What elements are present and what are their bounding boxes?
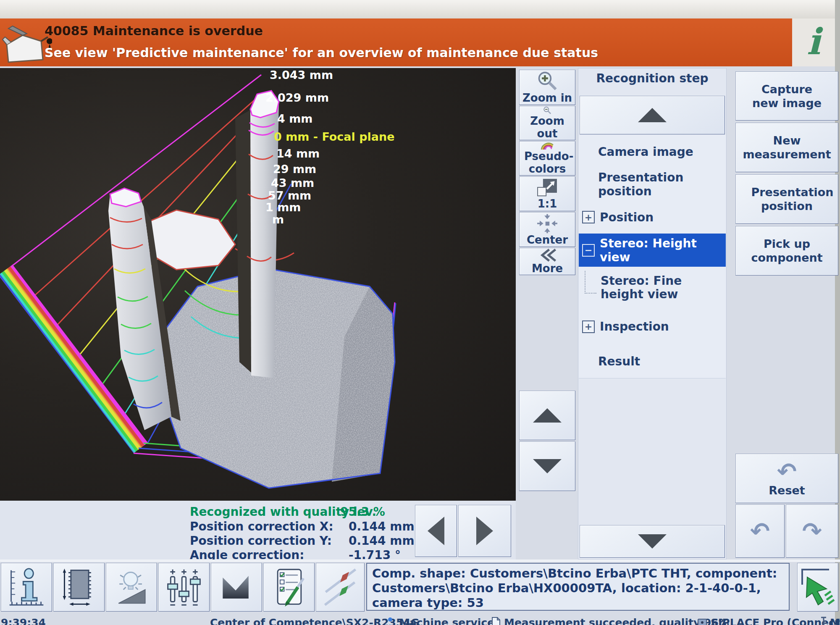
recognition-item-stereo-height-view[interactable]: − Stereo: Height view xyxy=(579,234,726,267)
height-label: m xyxy=(272,213,284,226)
height-view-3d-render: 3.043 mm 2.029 mm 4 mm 0 mm - Focal plan… xyxy=(0,68,516,501)
tree-guide xyxy=(585,271,596,294)
pointer-cursor-icon xyxy=(800,566,836,608)
undo-button[interactable]: ↶ xyxy=(735,504,785,558)
banner-subtitle: See view 'Predictive maintenance' for an… xyxy=(45,45,598,60)
checklist-report-button[interactable] xyxy=(263,563,315,612)
one-to-one-label: 1:1 xyxy=(538,197,557,210)
presentation-position-button[interactable]: Presentation position xyxy=(735,174,838,224)
recognition-scroll-up-button[interactable] xyxy=(580,96,725,134)
recognition-item-presentation-position[interactable]: Presentation position xyxy=(579,168,726,201)
reset-arrow-icon: ↶ xyxy=(777,460,797,483)
sliders-icon xyxy=(164,566,204,608)
view-scroll-up-button[interactable] xyxy=(519,391,575,440)
zoom-out-button[interactable]: Zoom out xyxy=(519,106,575,140)
expand-toggle-icon[interactable]: + xyxy=(582,211,595,223)
recognition-item-result[interactable]: Result xyxy=(579,344,726,378)
more-button[interactable]: More xyxy=(519,248,575,275)
recognition-step-header: Recognition step xyxy=(578,71,727,90)
item-label: Inspection xyxy=(600,320,669,334)
more-label: More xyxy=(532,262,563,275)
redo-button[interactable]: ↷ xyxy=(786,504,838,558)
component-info-text: Comp. shape: Customers\Btcino Erba\PTC T… xyxy=(372,566,777,610)
diagnostics-tools-button[interactable] xyxy=(316,563,365,612)
pointer-mode-button[interactable] xyxy=(797,563,838,612)
machine-icon xyxy=(697,617,707,625)
pseudo-colors-label: Pseudo-colors xyxy=(524,150,570,175)
zoom-in-icon xyxy=(536,71,559,92)
application-window: 40085 Maintenance is overdue See view 'P… xyxy=(0,0,840,625)
height-label: 4 mm xyxy=(277,112,312,125)
item-label: Stereo: Height view xyxy=(600,236,726,264)
user-icon xyxy=(385,617,396,625)
right-arrow-icon xyxy=(476,517,493,545)
button-label: New measurement xyxy=(737,134,837,161)
capture-new-image-button[interactable]: Capture new image xyxy=(735,71,838,121)
more-chevrons-icon xyxy=(536,248,558,262)
height-label: 14 mm xyxy=(276,147,320,160)
collapse-toggle-icon[interactable]: − xyxy=(582,244,595,257)
center-button[interactable]: Center xyxy=(519,212,575,247)
illumination-icon xyxy=(111,566,152,608)
recognition-item-inspection[interactable]: + Inspection xyxy=(579,309,726,345)
adjust-levels-button[interactable] xyxy=(158,563,210,612)
component-surface xyxy=(160,269,395,488)
button-label: Presentation position xyxy=(751,185,823,213)
down-arrow-icon xyxy=(533,459,562,473)
pseudo-colors-button[interactable]: Pseudo-colors xyxy=(519,141,575,176)
new-measurement-button[interactable]: New measurement xyxy=(735,123,838,172)
status-message: Measurement succeeded, quality 96% xyxy=(504,617,729,625)
contrast-wedge-icon xyxy=(216,566,257,608)
expand-toggle-icon[interactable]: + xyxy=(582,320,595,333)
crossed-tools-icon xyxy=(320,566,360,608)
document-icon xyxy=(491,617,501,625)
info-button[interactable]: i xyxy=(792,18,835,66)
height-label: 29 mm xyxy=(273,163,316,176)
info-ruler-icon xyxy=(6,566,47,608)
item-label: Position xyxy=(600,210,654,224)
reset-button[interactable]: ↶ Reset xyxy=(735,454,838,503)
info-tool-button[interactable] xyxy=(1,563,52,612)
zoom-in-button[interactable]: Zoom in xyxy=(519,70,575,105)
recognition-scroll-down-button[interactable] xyxy=(580,525,725,558)
checklist-icon xyxy=(269,566,309,608)
previous-step-button[interactable] xyxy=(415,505,457,557)
button-label: Capture new image xyxy=(751,82,823,110)
height-label: 1 mm xyxy=(265,201,301,214)
recognition-item-stereo-fine-height-view[interactable]: Stereo: Fine height view xyxy=(579,267,726,309)
status-bar: 9:39:34 Center of Competence\SX2-R2354G … xyxy=(0,617,840,625)
recognition-item-position[interactable]: + Position xyxy=(579,201,726,234)
status-mode: Manual mode xyxy=(830,617,840,625)
maintenance-banner[interactable]: 40085 Maintenance is overdue See view 'P… xyxy=(0,18,792,66)
item-label: Camera image xyxy=(598,145,693,159)
zoom-out-icon xyxy=(537,106,558,115)
height-label: 43 mm xyxy=(271,176,314,189)
stereo-height-view-canvas[interactable]: 3.043 mm 2.029 mm 4 mm 0 mm - Focal plan… xyxy=(0,68,516,501)
quality-value: 95.3 % xyxy=(340,505,385,519)
item-label: Result xyxy=(598,355,640,368)
one-to-one-button[interactable]: 1:1 xyxy=(519,176,575,211)
banner-title: 40085 Maintenance is overdue xyxy=(45,24,263,38)
illumination-button[interactable] xyxy=(106,563,157,612)
up-arrow-icon xyxy=(638,108,667,122)
item-label: Presentation position xyxy=(598,171,726,198)
next-step-button[interactable] xyxy=(458,505,511,557)
contrast-wedge-button[interactable] xyxy=(211,563,262,612)
component-dimensions-icon xyxy=(59,566,99,608)
info-icon: i xyxy=(807,20,821,63)
position-correction-x-value: 0.144 mm xyxy=(349,520,416,533)
component-dimensions-button[interactable] xyxy=(53,563,105,612)
left-arrow-icon xyxy=(428,517,444,545)
down-arrow-icon xyxy=(638,534,667,549)
redo-arrow-icon: ↷ xyxy=(802,520,822,543)
pseudo-colors-icon xyxy=(535,142,560,150)
button-label: Pick up component xyxy=(751,237,823,265)
recognition-item-camera-image[interactable]: Camera image xyxy=(579,135,726,168)
zoom-out-label: Zoom out xyxy=(528,115,566,140)
pick-up-component-button[interactable]: Pick up component xyxy=(735,226,838,276)
view-scroll-down-button[interactable] xyxy=(519,441,575,491)
height-labels: 3.043 mm 2.029 mm 4 mm 0 mm - Focal plan… xyxy=(265,68,395,226)
item-label: Stereo: Fine height view xyxy=(601,274,701,301)
height-label: 2.029 mm xyxy=(265,91,329,104)
button-label: Reset xyxy=(769,483,805,497)
